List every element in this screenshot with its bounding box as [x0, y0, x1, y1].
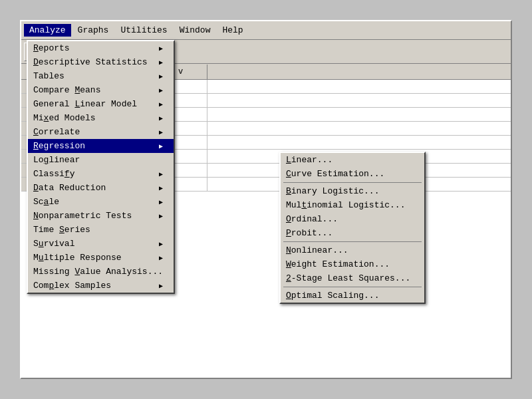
arrow-icon: ▶ [159, 212, 163, 220]
submenu-entry-binary-logistic[interactable]: Binary Logistic... [281, 184, 424, 198]
menu-entry-data-reduction[interactable]: Data Reduction ▶ [28, 181, 174, 195]
arrow-icon: ▶ [159, 114, 163, 122]
menu-entry-descriptive[interactable]: Descriptive Statistics ▶ [28, 55, 174, 69]
arrow-icon: ▶ [159, 59, 163, 66]
menu-entry-time-series[interactable]: Time Series [28, 223, 174, 237]
submenu-entry-weight-est[interactable]: Weight Estimation... [281, 257, 424, 271]
arrow-icon: ▶ [159, 86, 163, 94]
separator [283, 241, 422, 242]
arrow-icon: ▶ [159, 128, 163, 136]
submenu-entry-two-stage[interactable]: 2-Stage Least Squares... [281, 271, 424, 285]
arrow-icon: ▶ [159, 100, 163, 108]
submenu-entry-ordinal[interactable]: Ordinal... [281, 212, 424, 226]
menu-analyze[interactable]: Analyze [24, 24, 71, 37]
submenu-entry-linear[interactable]: Linear... [281, 153, 424, 167]
arrow-icon: ▶ [159, 282, 163, 290]
submenu-entry-optimal-scaling[interactable]: Optimal Scaling... [281, 289, 424, 303]
arrow-icon: ▶ [159, 254, 163, 262]
arrow-icon: ▶ [159, 72, 163, 80]
menu-help[interactable]: Help [217, 24, 248, 37]
menu-entry-general-linear[interactable]: General Linear Model ▶ [28, 97, 174, 111]
menu-entry-mixed-models[interactable]: Mixed Models ▶ [28, 111, 174, 125]
main-window: Analyze Graphs Utilities Window Help 📂 💾… [20, 20, 512, 379]
submenu-entry-multinomial[interactable]: Multinomial Logistic... [281, 198, 424, 212]
menu-entry-compare-means[interactable]: Compare Means ▶ [28, 83, 174, 97]
arrow-icon: ▶ [159, 198, 163, 206]
menu-entry-nonparametric[interactable]: Nonparametric Tests ▶ [28, 209, 174, 223]
menu-entry-complex-samples[interactable]: Complex Samples ▶ [28, 279, 174, 293]
submenu-entry-probit[interactable]: Probit... [281, 226, 424, 240]
menu-window[interactable]: Window [174, 24, 216, 37]
menu-entry-reports[interactable]: Reports ▶ [28, 41, 174, 55]
submenu-entry-nonlinear[interactable]: Nonlinear... [281, 243, 424, 257]
arrow-icon: ▶ [159, 240, 163, 248]
separator [283, 287, 422, 287]
menu-entry-regression[interactable]: Regression ▶ [28, 139, 174, 153]
menu-entry-tables[interactable]: Tables ▶ [28, 69, 174, 83]
menu-entry-loglinear[interactable]: Loglinear [28, 153, 174, 167]
submenu-entry-curve-est[interactable]: Curve Estimation... [281, 167, 424, 181]
separator [283, 182, 422, 183]
menu-graphs[interactable]: Graphs [72, 24, 114, 37]
menu-entry-correlate[interactable]: Correlate ▶ [28, 125, 174, 139]
menu-entry-multiple-response[interactable]: Multiple Response ▶ [28, 251, 174, 265]
menu-utilities[interactable]: Utilities [115, 24, 172, 37]
menu-bar: Analyze Graphs Utilities Window Help [21, 21, 511, 40]
analyze-dropdown: Reports ▶ Descriptive Statistics ▶ Table… [27, 40, 175, 294]
menu-entry-scale[interactable]: Scale ▶ [28, 195, 174, 209]
arrow-icon: ▶ [159, 170, 163, 178]
regression-submenu: Linear... Curve Estimation... Binary Log… [279, 152, 426, 304]
menu-entry-survival[interactable]: Survival ▶ [28, 237, 174, 251]
menu-entry-classify[interactable]: Classify ▶ [28, 167, 174, 181]
arrow-icon: ▶ [159, 184, 163, 192]
arrow-icon: ▶ [159, 45, 163, 53]
menu-entry-missing-value[interactable]: Missing Value Analysis... [28, 265, 174, 279]
arrow-icon: ▶ [159, 142, 163, 150]
